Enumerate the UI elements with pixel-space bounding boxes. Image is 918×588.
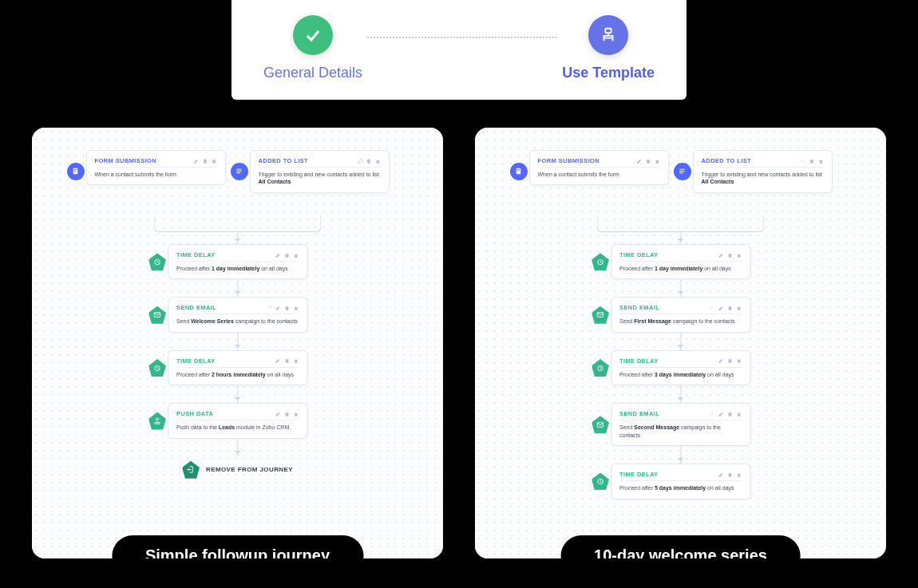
svg-rect-12 [295, 254, 297, 257]
node-body: Proceed after 3 days immediately on all … [619, 371, 742, 378]
node-title-text: TIME DELAY [619, 251, 659, 258]
copy-icon[interactable] [735, 305, 742, 311]
node-title-text: SEND EMAIL [176, 304, 216, 311]
delay-node[interactable]: TIME DELAY Proceed after 1 day immediate… [168, 244, 307, 279]
delete-icon[interactable] [202, 158, 208, 164]
connector [680, 233, 681, 244]
trigger-node[interactable]: ADDED TO LIST Trigger to existing and ne… [250, 150, 390, 193]
connector [680, 385, 681, 403]
svg-rect-4 [74, 172, 76, 172]
copy-icon[interactable] [292, 252, 299, 258]
end-node[interactable]: REMOVE FROM JOURNEY [182, 461, 293, 479]
delete-icon[interactable] [726, 472, 733, 478]
connector [237, 333, 238, 350]
copy-icon[interactable] [735, 252, 742, 258]
delete-icon[interactable] [283, 252, 290, 258]
copy-icon[interactable] [374, 158, 381, 164]
copy-icon[interactable] [292, 305, 299, 311]
delete-icon[interactable] [283, 411, 290, 417]
edit-icon[interactable] [193, 158, 200, 164]
trigger-node[interactable]: ADDED TO LIST Trigger to existing and ne… [693, 150, 833, 193]
link-icon[interactable] [709, 411, 715, 417]
delete-icon[interactable] [283, 357, 290, 364]
link-icon[interactable] [800, 158, 806, 164]
edit-icon[interactable] [718, 472, 724, 478]
wizard-stepper: General Details Use Template [231, 0, 687, 100]
svg-rect-17 [155, 422, 160, 424]
end-label: REMOVE FROM JOURNEY [206, 466, 293, 473]
step-use-template[interactable]: Use Template [562, 15, 655, 81]
template-10-day-welcome[interactable]: FORM SUBMISSION When a contact submits t… [475, 128, 886, 558]
copy-icon[interactable] [292, 357, 299, 364]
connector [680, 446, 681, 464]
delete-icon[interactable] [809, 158, 815, 164]
node-actions [709, 305, 742, 311]
node-title: SEND EMAIL [619, 410, 742, 420]
trigger-node[interactable]: FORM SUBMISSION When a contact submits t… [86, 150, 226, 185]
edit-icon[interactable] [718, 305, 724, 311]
email-node[interactable]: SEND EMAIL Send Welcome Series campaign … [168, 297, 307, 332]
delete-icon[interactable] [283, 305, 290, 311]
copy-icon[interactable] [654, 158, 660, 164]
body-text: When a contact submits the form [95, 172, 176, 177]
email-node[interactable]: SEND EMAIL Send First Message campaign t… [611, 297, 750, 332]
delay-node[interactable]: TIME DELAY Proceed after 2 hours immedia… [168, 350, 307, 385]
body-text: Proceed after [619, 485, 655, 491]
node-body: Trigger to existing and new contacts add… [702, 171, 824, 186]
delay-node[interactable]: TIME DELAY Proceed after 3 days immediat… [611, 350, 750, 385]
node-actions [718, 472, 742, 478]
link-icon[interactable] [357, 158, 363, 164]
delete-icon[interactable] [726, 411, 733, 417]
svg-rect-34 [738, 412, 740, 416]
svg-rect-21 [517, 171, 520, 172]
svg-rect-14 [295, 307, 297, 310]
link-icon[interactable] [709, 305, 715, 311]
delay-node[interactable]: TIME DELAY Proceed after 5 days immediat… [611, 464, 750, 499]
copy-icon[interactable] [292, 411, 299, 417]
link-icon[interactable] [266, 305, 272, 311]
svg-rect-2 [74, 170, 77, 171]
delete-icon[interactable] [726, 357, 733, 364]
delete-icon[interactable] [726, 305, 733, 311]
edit-icon[interactable] [275, 305, 281, 311]
body-text: Send [619, 318, 634, 324]
node-title: SEND EMAIL [176, 304, 299, 314]
edit-icon[interactable] [718, 252, 724, 258]
edit-icon[interactable] [718, 357, 724, 364]
step-label: Use Template [562, 65, 655, 81]
node-title-text: SEND EMAIL [619, 304, 659, 311]
body-text: Trigger to existing and new contacts add… [259, 172, 380, 177]
node-actions [718, 252, 742, 258]
delete-icon[interactable] [366, 158, 372, 164]
step-general-details[interactable]: General Details [263, 15, 362, 81]
svg-rect-19 [516, 168, 521, 174]
push-node[interactable]: PUSH DATA Push data to the Leads module … [168, 403, 307, 438]
edit-icon[interactable] [636, 158, 643, 164]
delay-node[interactable]: TIME DELAY Proceed after 1 day immediate… [611, 244, 750, 279]
svg-rect-36 [738, 473, 740, 476]
node-title-text: FORM SUBMISSION [95, 157, 157, 164]
delete-icon[interactable] [726, 252, 733, 258]
template-simple-followup[interactable]: FORM SUBMISSION When a contact submits t… [32, 128, 443, 558]
copy-icon[interactable] [735, 357, 742, 364]
trigger-node[interactable]: FORM SUBMISSION When a contact submits t… [529, 150, 669, 185]
copy-icon[interactable] [817, 158, 824, 164]
body-text: on all days [706, 372, 734, 377]
node-title-text: PUSH DATA [176, 410, 213, 417]
edit-icon[interactable] [718, 411, 724, 417]
svg-rect-8 [236, 171, 241, 172]
edit-icon[interactable] [275, 252, 281, 258]
node-title-text: TIME DELAY [619, 471, 659, 478]
email-node[interactable]: SEND EMAIL Send Second Message campaign … [611, 403, 750, 446]
delete-icon[interactable] [645, 158, 651, 164]
edit-icon[interactable] [275, 411, 281, 417]
edit-icon[interactable] [275, 357, 281, 364]
svg-rect-1 [73, 168, 78, 174]
node-body: Trigger to existing and new contacts add… [259, 171, 381, 186]
node-title-text: ADDED TO LIST [259, 157, 309, 164]
node-actions [266, 305, 299, 311]
copy-icon[interactable] [735, 472, 742, 478]
node-body: Proceed after 5 days immediately on all … [619, 484, 742, 491]
copy-icon[interactable] [735, 411, 742, 417]
copy-icon[interactable] [211, 158, 217, 164]
